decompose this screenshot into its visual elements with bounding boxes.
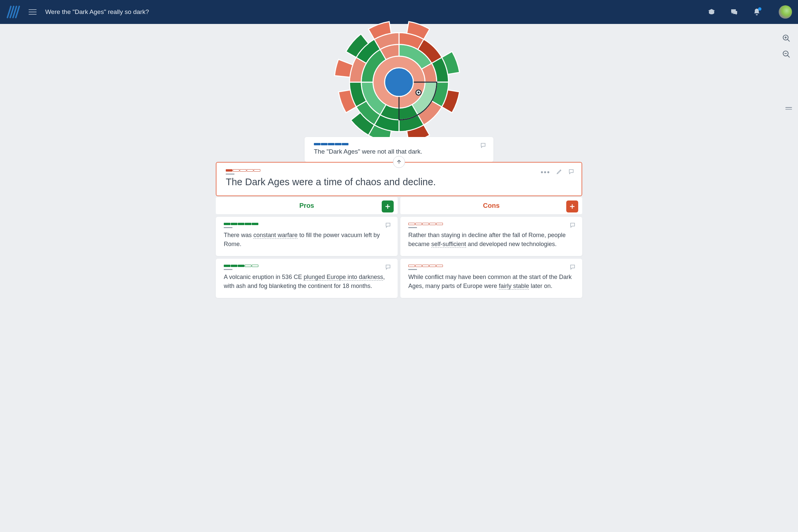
comment-button[interactable]: [385, 222, 391, 229]
edit-button[interactable]: [556, 169, 562, 176]
impact-bar: [226, 174, 234, 174]
comment-button[interactable]: [570, 222, 575, 229]
zoom-controls: [782, 34, 791, 58]
comment-button[interactable]: [480, 142, 486, 150]
pro-argument-card[interactable]: A volcanic eruption in 536 CE plunged Eu…: [216, 259, 398, 298]
add-con-button[interactable]: [566, 201, 578, 212]
cons-column: Rather than staying in decline after the…: [400, 217, 582, 298]
argument-text: There was constant warfare to fill the p…: [224, 231, 390, 249]
navigate-up-button[interactable]: [393, 156, 405, 168]
svg-point-9: [418, 92, 420, 93]
comment-button[interactable]: [570, 264, 575, 271]
cons-label: Cons: [483, 202, 500, 209]
veracity-indicator: [226, 169, 260, 172]
impact-bar: [408, 227, 417, 228]
pro-argument-card[interactable]: There was constant warfare to fill the p…: [216, 217, 398, 256]
claim-text: The Dark Ages were a time of chaos and d…: [226, 176, 572, 188]
veracity-indicator: [408, 265, 443, 267]
argument-text: Rather than staying in decline after the…: [408, 231, 574, 249]
impact-bar: [224, 227, 232, 228]
con-argument-card[interactable]: Rather than staying in decline after the…: [400, 217, 582, 256]
zoom-out-button[interactable]: [782, 50, 791, 58]
comment-button[interactable]: [568, 169, 574, 176]
impact-bar: [224, 269, 232, 270]
con-argument-card[interactable]: While conflict may have been common at t…: [400, 259, 582, 298]
comment-button[interactable]: [385, 264, 391, 271]
svg-point-7: [385, 68, 413, 96]
argument-text: A volcanic eruption in 536 CE plunged Eu…: [224, 273, 390, 291]
veracity-indicator: [408, 223, 443, 225]
svg-line-5: [787, 55, 790, 58]
veracity-indicator: [224, 223, 258, 225]
drag-handle-icon[interactable]: [785, 107, 792, 110]
pros-label: Pros: [299, 202, 314, 209]
add-pro-button[interactable]: [382, 201, 394, 212]
veracity-indicator: [314, 143, 348, 145]
more-options-button[interactable]: •••: [540, 171, 550, 174]
thesis-text: The "Dark Ages" were not all that dark.: [314, 148, 484, 155]
zoom-in-button[interactable]: [782, 34, 791, 42]
pros-header: Pros: [216, 197, 398, 214]
svg-line-1: [787, 39, 790, 41]
impact-bar: [408, 269, 417, 270]
pros-column: There was constant warfare to fill the p…: [216, 217, 398, 298]
argument-text: While conflict may have been common at t…: [408, 273, 574, 291]
argument-sunburst-chart[interactable]: [324, 7, 474, 157]
cons-header: Cons: [400, 197, 582, 214]
veracity-indicator: [224, 265, 258, 267]
